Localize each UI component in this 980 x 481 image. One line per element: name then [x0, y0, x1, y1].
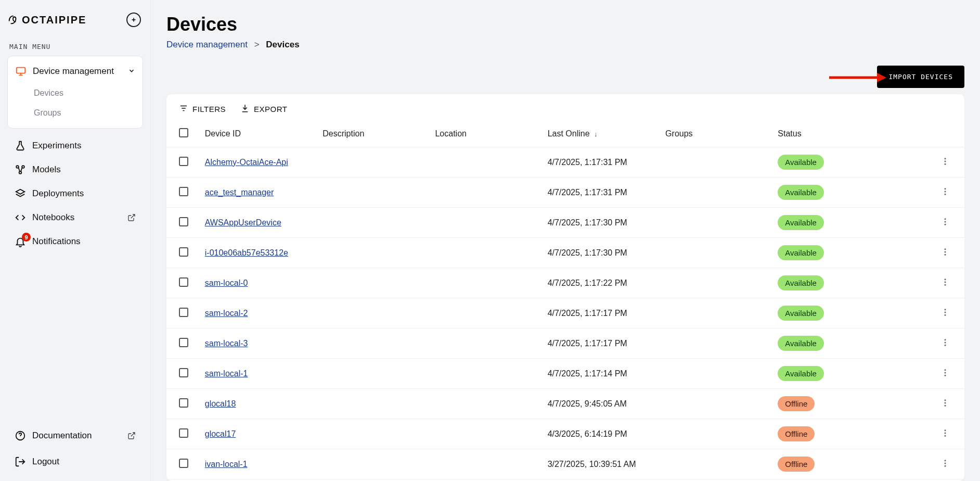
device-link[interactable]: glocal18 — [205, 399, 236, 408]
nav-item-device-management[interactable]: Device management — [8, 59, 143, 83]
cell-location — [429, 208, 541, 238]
nav-item-notifications[interactable]: 9 Notifications — [7, 230, 143, 254]
row-checkbox[interactable] — [179, 338, 188, 347]
table-row: Alchemy-OctaiAce-Api 4/7/2025, 1:17:31 P… — [166, 147, 964, 178]
row-menu-button[interactable] — [940, 368, 950, 377]
row-menu-button[interactable] — [940, 338, 950, 347]
row-menu-button[interactable] — [940, 398, 950, 408]
filter-icon — [179, 104, 188, 115]
col-lastonline[interactable]: Last Online ↓ — [541, 121, 659, 147]
breadcrumb-separator: > — [254, 40, 260, 49]
col-select-all[interactable] — [166, 121, 199, 147]
brand-name: OCTAIPIPE — [22, 14, 86, 26]
svg-point-19 — [945, 223, 946, 225]
cell-groups — [659, 479, 771, 482]
chevron-down-icon — [128, 67, 135, 76]
svg-point-17 — [945, 218, 946, 220]
cell-description — [316, 268, 429, 298]
row-checkbox[interactable] — [179, 277, 188, 287]
row-menu-button[interactable] — [940, 157, 950, 166]
nav-item-logout[interactable]: Logout — [7, 449, 143, 475]
device-link[interactable]: i-010e06ab57e53312e — [205, 248, 288, 257]
svg-point-15 — [945, 191, 946, 192]
device-link[interactable]: Alchemy-OctaiAce-Api — [205, 158, 288, 167]
sort-desc-icon: ↓ — [594, 130, 598, 138]
brand-logo[interactable]: OCTAIPIPE — [7, 14, 86, 26]
row-menu-button[interactable] — [940, 217, 950, 226]
device-link[interactable]: sam-local-1 — [205, 369, 248, 378]
cell-groups — [659, 449, 771, 479]
row-menu-button[interactable] — [940, 277, 950, 287]
svg-point-32 — [945, 369, 946, 371]
svg-marker-4 — [16, 189, 25, 194]
cell-location — [429, 328, 541, 359]
main-content: Devices Device management > Devices IMPO… — [151, 0, 980, 481]
cell-groups — [659, 419, 771, 449]
col-description[interactable]: Description — [316, 121, 429, 147]
cell-lastonline: 4/7/2025, 1:17:30 PM — [541, 208, 659, 238]
row-checkbox[interactable] — [179, 368, 188, 377]
col-groups[interactable]: Groups — [659, 121, 771, 147]
row-checkbox[interactable] — [179, 187, 188, 196]
row-checkbox[interactable] — [179, 459, 188, 468]
nav-item-models[interactable]: Models — [7, 158, 143, 182]
row-checkbox[interactable] — [179, 308, 188, 317]
nav-item-documentation[interactable]: Documentation — [7, 423, 143, 449]
export-button[interactable]: EXPORT — [240, 104, 287, 115]
svg-point-12 — [945, 160, 946, 162]
cell-location — [429, 268, 541, 298]
cell-location — [429, 419, 541, 449]
device-link[interactable]: sam-local-0 — [205, 279, 248, 287]
nav-label: Device management — [33, 66, 114, 77]
cell-groups — [659, 298, 771, 328]
cell-lastonline: 4/7/2025, 9:45:05 AM — [541, 389, 659, 419]
nav-label: Devices — [34, 88, 63, 98]
cell-location — [429, 449, 541, 479]
device-link[interactable]: glocal17 — [205, 429, 236, 438]
breadcrumb-parent[interactable]: Device management — [166, 40, 248, 49]
nav-item-deployments[interactable]: Deployments — [7, 182, 143, 206]
device-link[interactable]: AWSAppUserDevice — [205, 218, 281, 227]
svg-point-43 — [945, 465, 946, 466]
cell-groups — [659, 147, 771, 178]
nav-item-experiments[interactable]: Experiments — [7, 134, 143, 158]
cell-lastonline: 4/7/2025, 1:17:17 PM — [541, 328, 659, 359]
table-row: sam-local-3 4/7/2025, 1:17:17 PM Availab… — [166, 328, 964, 359]
col-status[interactable]: Status — [771, 121, 921, 147]
device-link[interactable]: sam-local-2 — [205, 309, 248, 318]
row-checkbox[interactable] — [179, 247, 188, 257]
cell-lastonline: 4/7/2025, 1:17:17 PM — [541, 298, 659, 328]
nav-item-notebooks[interactable]: Notebooks — [7, 206, 143, 230]
nav-sub-devices[interactable]: Devices — [8, 83, 143, 103]
row-menu-button[interactable] — [940, 308, 950, 317]
device-link[interactable]: ivan-local-1 — [205, 460, 248, 469]
table-row: i-010e06ab57e53312e 4/7/2025, 1:17:30 PM… — [166, 238, 964, 268]
notification-count-badge: 9 — [22, 233, 31, 242]
external-link-icon — [127, 432, 136, 440]
row-checkbox[interactable] — [179, 157, 188, 166]
filters-button[interactable]: FILTERS — [179, 104, 226, 115]
breadcrumb: Device management > Devices — [166, 40, 964, 50]
row-menu-button[interactable] — [940, 428, 950, 438]
row-menu-button[interactable] — [940, 247, 950, 257]
nav-sub-groups[interactable]: Groups — [8, 103, 143, 123]
row-menu-button[interactable] — [940, 187, 950, 196]
svg-point-40 — [945, 435, 946, 436]
row-checkbox[interactable] — [179, 398, 188, 408]
row-checkbox[interactable] — [179, 217, 188, 226]
monitor-icon — [15, 66, 27, 77]
svg-point-31 — [945, 344, 946, 346]
checkbox[interactable] — [179, 128, 188, 137]
col-deviceid[interactable]: Device ID — [199, 121, 316, 147]
row-menu-button[interactable] — [940, 459, 950, 468]
import-devices-button[interactable]: IMPORT DEVICES — [877, 66, 964, 88]
cell-description — [316, 208, 429, 238]
device-link[interactable]: sam-local-3 — [205, 339, 248, 348]
col-location[interactable]: Location — [429, 121, 541, 147]
row-checkbox[interactable] — [179, 428, 188, 438]
collapse-sidebar-button[interactable] — [126, 12, 141, 27]
nav-label: Logout — [32, 457, 59, 467]
table-row: sam-local-0 4/7/2025, 1:17:22 PM Availab… — [166, 268, 964, 298]
device-link[interactable]: ace_test_manager — [205, 188, 274, 197]
brand-icon — [7, 14, 19, 26]
